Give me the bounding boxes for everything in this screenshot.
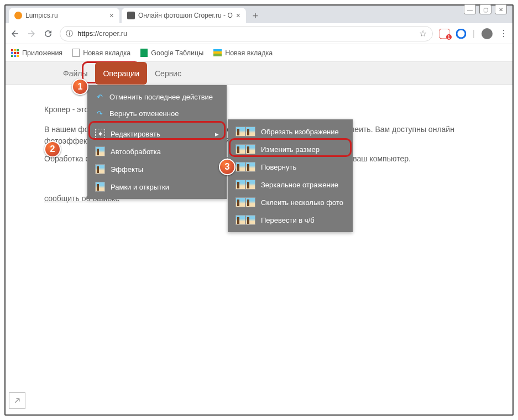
submenu-mirror[interactable]: Зеркальное отражение [228,176,353,193]
image-icon [213,49,222,56]
step-marker-2: 2 [44,141,61,158]
thumb-pair-icon [236,180,255,190]
profile-avatar[interactable] [482,28,493,39]
corner-link-icon[interactable] [9,392,25,409]
site-info-icon[interactable]: ⓘ [66,29,73,39]
url-text: https://croper.ru [77,29,415,38]
thumb-icon [95,146,105,156]
tab-croper[interactable]: Онлайн фотошоп Croper.ru - О × [122,8,246,23]
submenu-bw[interactable]: Перевести в ч/б [228,211,353,229]
favicon-icon [14,12,22,19]
page-icon [72,49,80,57]
menu-label: Зеркальное отражение [261,181,338,189]
bookmark-new-tab-2[interactable]: Новая вкладка [213,49,273,57]
minimize-button[interactable]: — [464,4,476,14]
page-content: Файлы Операции Сервис Кропер - это онлай… [6,62,512,216]
sheets-icon [140,49,148,57]
menu-label: Обрезать изображение [261,128,339,136]
operations-menu: ↶ Отменить последнее действие ↷ Вернуть … [87,85,227,199]
tab-lumpics[interactable]: Lumpics.ru × [9,8,119,23]
nav-operations[interactable]: Операции [95,62,147,85]
thumb-pair-icon [236,197,255,207]
highlight-box-2 [88,121,226,140]
bookmark-label: Новая вкладка [225,49,273,57]
svg-point-1 [457,29,465,38]
close-tab-icon[interactable]: × [109,11,114,20]
forward-button[interactable] [27,29,36,39]
redo-icon: ↷ [95,109,104,118]
reload-button[interactable] [43,29,53,39]
separator: | [473,29,475,39]
nav-bar: ⓘ https://croper.ru ☆ 1 | ⋮ [6,23,512,44]
highlight-box-3 [229,138,352,157]
window-controls: — ▢ ✕ [464,4,507,14]
browser-window: — ▢ ✕ Lumpics.ru × Онлайн фотошоп Croper… [4,4,514,416]
submenu-merge[interactable]: Склеить несколько фото [228,193,353,211]
thumb-icon [95,182,105,192]
menu-label: Вернуть отмененное [109,109,179,118]
bookmark-sheets[interactable]: Google Таблицы [140,49,203,57]
menu-label: Эффекты [111,165,143,174]
tab-title: Lumpics.ru [25,12,58,19]
back-button[interactable] [10,29,20,39]
thumb-icon [95,164,105,174]
menu-redo[interactable]: ↷ Вернуть отмененное [87,105,227,122]
menu-label: Перевести в ч/б [261,216,315,224]
close-tab-icon[interactable]: × [236,11,240,20]
menu-label: Отменить последнее действие [109,93,213,101]
maximize-button[interactable]: ▢ [479,4,491,14]
address-bar[interactable]: ⓘ https://croper.ru ☆ [60,26,433,41]
step-marker-3: 3 [219,159,236,175]
apps-shortcut[interactable]: Приложения [11,49,62,57]
extension-icon[interactable] [456,29,466,39]
nav-service[interactable]: Сервис [147,62,189,85]
step-marker-1: 1 [72,78,88,95]
thumb-pair-icon [236,162,255,172]
bookmark-label: Новая вкладка [83,49,130,57]
toolbar-right: 1 | ⋮ [439,28,508,39]
menu-undo[interactable]: ↶ Отменить последнее действие [87,88,227,105]
menu-effects[interactable]: Эффекты [87,160,227,178]
edit-submenu: Обрезать изображение Изменить размер Пов… [228,119,353,232]
tab-title: Онлайн фотошоп Croper.ru - О [138,12,233,19]
favicon-icon [127,12,135,19]
submenu-rotate[interactable]: Повернуть [228,158,353,176]
thumb-pair-icon [236,215,255,225]
menu-label: Склеить несколько фото [261,198,343,207]
adblock-icon[interactable]: 1 [439,29,449,39]
tabs-bar: Lumpics.ru × Онлайн фотошоп Croper.ru - … [6,6,512,23]
new-tab-button[interactable]: + [248,9,263,23]
menu-label: Рамки и открытки [111,183,169,191]
thumb-pair-icon [236,127,255,136]
menu-frames[interactable]: Рамки и открытки [87,178,227,196]
close-window-button[interactable]: ✕ [495,4,507,14]
menu-label: Повернуть [261,163,296,171]
bookmark-label: Google Таблицы [151,49,203,57]
menu-label: Автообработка [111,148,161,156]
menu-icon[interactable]: ⋮ [499,28,508,39]
apps-grid-icon [11,49,19,57]
bookmark-label: Приложения [22,49,62,57]
undo-icon: ↶ [95,92,104,101]
bookmark-star-icon[interactable]: ☆ [419,28,427,39]
bookmark-new-tab[interactable]: Новая вкладка [72,49,130,57]
bookmarks-bar: Приложения Новая вкладка Google Таблицы … [6,44,512,62]
menu-auto[interactable]: Автообработка [87,143,227,160]
